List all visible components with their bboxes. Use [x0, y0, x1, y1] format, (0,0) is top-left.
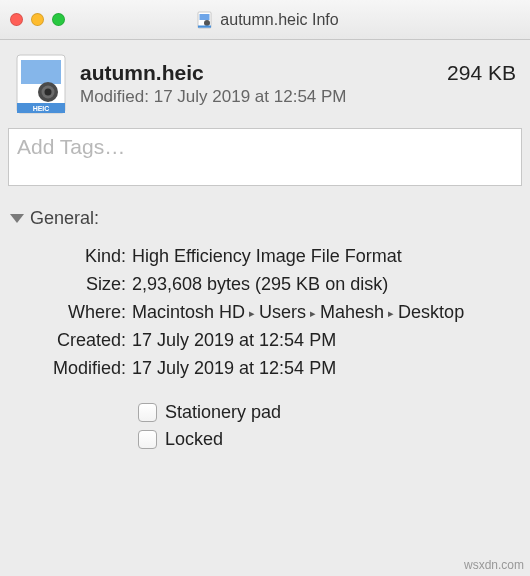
heic-file-icon-large: HEIC [14, 54, 68, 114]
kind-value: High Efficiency Image File Format [132, 243, 510, 271]
general-section-header[interactable]: General: [0, 200, 530, 235]
path-segment: Users [259, 302, 306, 322]
size-row: Size: 2,93,608 bytes (295 KB on disk) [20, 271, 510, 299]
locked-checkbox[interactable] [138, 430, 157, 449]
general-section-label: General: [30, 208, 99, 229]
titlebar: autumn.heic Info [0, 0, 530, 40]
tags-input[interactable] [8, 128, 522, 186]
file-icon-badge-text: HEIC [33, 105, 50, 112]
path-segment: Mahesh [320, 302, 384, 322]
created-value: 17 July 2019 at 12:54 PM [132, 327, 510, 355]
svg-point-9 [45, 89, 52, 96]
locked-label: Locked [165, 429, 223, 450]
size-label: Size: [20, 271, 132, 299]
tags-container [8, 128, 522, 190]
locked-row: Locked [138, 429, 510, 450]
where-value: Macintosh HD▸Users▸Mahesh▸Desktop [132, 299, 510, 327]
watermark-text: wsxdn.com [464, 558, 524, 572]
chevron-right-icon: ▸ [249, 305, 255, 322]
filename-label: autumn.heic [80, 61, 204, 85]
modified-label: Modified: [20, 355, 132, 383]
stationery-pad-label: Stationery pad [165, 402, 281, 423]
created-label: Created: [20, 327, 132, 355]
svg-rect-1 [200, 14, 210, 20]
chevron-right-icon: ▸ [388, 305, 394, 322]
filesize-label: 294 KB [447, 61, 516, 85]
svg-point-2 [204, 20, 210, 26]
stationery-pad-row: Stationery pad [138, 402, 510, 423]
where-label: Where: [20, 299, 132, 327]
heic-file-icon [196, 11, 214, 29]
modified-value: 17 July 2019 at 12:54 PM [132, 355, 510, 383]
kind-label: Kind: [20, 243, 132, 271]
file-header: HEIC autumn.heic 294 KB Modified: 17 Jul… [0, 40, 530, 124]
window-title: autumn.heic Info [220, 11, 338, 29]
chevron-right-icon: ▸ [310, 305, 316, 322]
flags-block: Stationery pad Locked [0, 382, 530, 450]
stationery-pad-checkbox[interactable] [138, 403, 157, 422]
size-value: 2,93,608 bytes (295 KB on disk) [132, 271, 510, 299]
modified-row: Modified: 17 July 2019 at 12:54 PM [20, 355, 510, 383]
modified-summary: Modified: 17 July 2019 at 12:54 PM [80, 87, 516, 107]
svg-rect-3 [198, 25, 211, 27]
svg-rect-5 [21, 60, 61, 84]
where-row: Where: Macintosh HD▸Users▸Mahesh▸Desktop [20, 299, 510, 327]
path-segment: Macintosh HD [132, 302, 245, 322]
created-row: Created: 17 July 2019 at 12:54 PM [20, 327, 510, 355]
general-properties: Kind: High Efficiency Image File Format … [0, 235, 530, 382]
kind-row: Kind: High Efficiency Image File Format [20, 243, 510, 271]
disclosure-triangle-icon [10, 214, 24, 223]
path-segment: Desktop [398, 302, 464, 322]
